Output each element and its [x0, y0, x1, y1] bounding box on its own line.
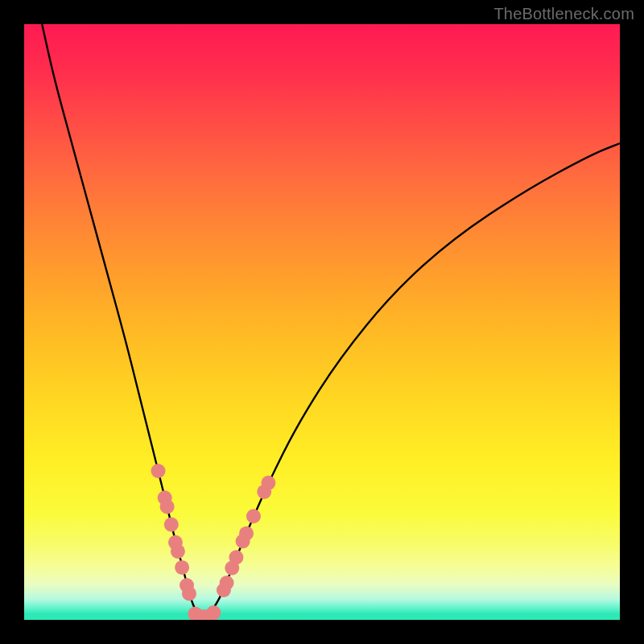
- chart-svg: [24, 24, 620, 620]
- data-markers: [151, 464, 276, 620]
- data-marker: [261, 476, 275, 490]
- data-marker: [229, 550, 243, 564]
- data-marker: [164, 518, 179, 532]
- data-marker: [151, 464, 166, 478]
- bottleneck-curve: [42, 24, 620, 618]
- data-marker: [246, 509, 261, 523]
- data-marker: [171, 544, 185, 559]
- data-marker: [160, 499, 175, 514]
- data-marker: [182, 586, 196, 601]
- data-marker: [220, 576, 234, 590]
- data-marker: [175, 560, 189, 575]
- plot-area: [24, 24, 620, 620]
- watermark-text: TheBottleneck.com: [493, 5, 634, 23]
- chart-frame: TheBottleneck.com: [0, 0, 644, 644]
- data-marker: [206, 605, 221, 620]
- data-marker: [239, 526, 254, 541]
